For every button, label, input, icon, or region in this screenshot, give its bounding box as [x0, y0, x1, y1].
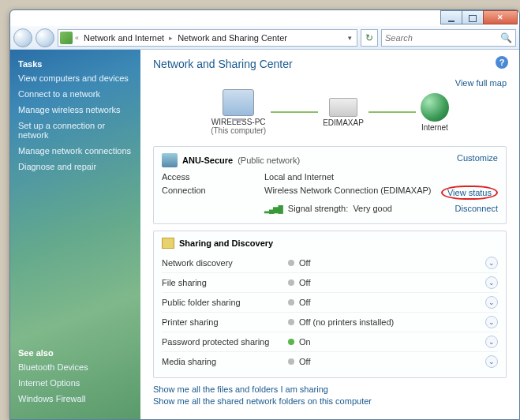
status-dot-icon — [288, 260, 294, 266]
sharing-row-3: Printer sharingOff (no printers installe… — [162, 312, 498, 332]
sharing-row-0: Network discoveryOff⌄ — [162, 253, 498, 272]
signal-bars-icon: ▂▄▆█ — [264, 205, 282, 213]
see-also-section: See also Bluetooth Devices Internet Opti… — [18, 348, 88, 410]
computer-icon — [223, 89, 254, 116]
sharing-row-value: Off (no printers installed) — [299, 317, 394, 327]
address-bar[interactable]: « Network and Internet ▸ Network and Sha… — [58, 29, 357, 47]
back-button[interactable] — [13, 28, 32, 47]
address-dropdown[interactable]: ▾ — [345, 34, 355, 42]
sharing-icon — [162, 238, 174, 249]
status-dot-icon — [288, 319, 294, 325]
diagram-internet[interactable]: Internet — [421, 93, 449, 132]
maximize-button[interactable] — [462, 10, 484, 24]
sidebar-link-manage-connections[interactable]: Manage network connections — [18, 146, 133, 156]
sharing-row-label: Printer sharing — [162, 317, 288, 327]
sidebar-link-connect[interactable]: Connect to a network — [18, 89, 133, 99]
diagram-internet-label: Internet — [421, 123, 449, 132]
tasks-heading: Tasks — [18, 59, 133, 69]
signal-strength-label: Signal strength: — [288, 204, 348, 213]
breadcrumb-arrow: ▸ — [166, 34, 175, 42]
sidebar: Tasks View computers and devices Connect… — [10, 50, 140, 419]
connection-ap: EDIMAXAP — [383, 186, 428, 195]
page-title: Network and Sharing Center — [153, 58, 507, 70]
expand-button[interactable]: ⌄ — [485, 336, 498, 348]
main-content: ? Network and Sharing Center View full m… — [140, 50, 519, 419]
breadcrumb-1[interactable]: Network and Internet — [81, 33, 166, 43]
sharing-row-value: Off — [299, 278, 310, 287]
sharing-row-label: Public folder sharing — [162, 298, 288, 307]
connection-suffix: ) — [428, 186, 432, 195]
search-input[interactable] — [385, 33, 500, 43]
sharing-row-label: File sharing — [162, 278, 288, 287]
status-dot-icon — [288, 279, 294, 286]
titlebar-buttons — [441, 10, 518, 24]
sidebar-link-setup-connection[interactable]: Set up a connection or network — [18, 121, 133, 140]
customize-link[interactable]: Customize — [457, 153, 498, 163]
sharing-row-label: Password protected sharing — [162, 337, 288, 347]
navigation-bar: « Network and Internet ▸ Network and Sha… — [10, 26, 519, 50]
sharing-row-5: Media sharingOff⌄ — [162, 351, 498, 371]
diagram-link-1 — [271, 111, 318, 113]
view-full-map-link[interactable]: View full map — [455, 78, 507, 88]
sharing-discovery-panel: Sharing and Discovery Network discoveryO… — [153, 231, 507, 378]
signal-spacer — [162, 204, 264, 213]
diagram-access-point[interactable]: EDIMAXAP — [323, 98, 364, 127]
network-diagram: WIRELESS-PC (This computer) EDIMAXAP Int… — [153, 89, 507, 135]
diagram-pc-sublabel: (This computer) — [211, 126, 266, 135]
diagram-ap-label: EDIMAXAP — [323, 118, 364, 127]
signal-strength-value: Very good — [353, 204, 392, 213]
sharing-row-value: Off — [299, 258, 310, 268]
bottom-links: Show me all the files and folders I am s… — [153, 384, 507, 406]
see-also-internet-options[interactable]: Internet Options — [18, 378, 88, 388]
signal-value: ▂▄▆█ Signal strength: Very good — [264, 204, 455, 213]
access-label: Access — [162, 172, 264, 182]
breadcrumb-2[interactable]: Network and Sharing Center — [175, 33, 290, 43]
diagram-link-2 — [368, 111, 416, 113]
expand-button[interactable]: ⌄ — [485, 296, 498, 309]
expand-button[interactable]: ⌄ — [485, 355, 498, 368]
search-box[interactable]: 🔍 — [381, 29, 516, 47]
close-button[interactable] — [483, 10, 518, 24]
sharing-row-value: On — [299, 337, 311, 347]
connection-label: Connection — [162, 186, 264, 200]
access-value: Local and Internet — [264, 172, 498, 182]
sidebar-link-view-computers[interactable]: View computers and devices — [18, 73, 133, 83]
breadcrumb-separator: « — [73, 34, 81, 42]
sidebar-link-diagnose[interactable]: Diagnose and repair — [18, 162, 133, 171]
expand-button[interactable]: ⌄ — [485, 257, 498, 269]
window: « Network and Internet ▸ Network and Sha… — [9, 9, 520, 420]
forward-button[interactable] — [36, 28, 54, 47]
show-folders-link[interactable]: Show me all the shared network folders o… — [153, 396, 507, 406]
minimize-button[interactable] — [440, 10, 462, 24]
view-status-link[interactable]: View status — [441, 186, 498, 200]
sharing-row-2: Public folder sharingOff⌄ — [162, 292, 498, 312]
search-icon[interactable]: 🔍 — [500, 32, 512, 43]
see-also-windows-firewall[interactable]: Windows Firewall — [18, 394, 88, 403]
sharing-row-value: Off — [299, 357, 310, 366]
sharing-row-value: Off — [299, 298, 310, 307]
connection-value: Wireless Network Connection (EDIMAXAP) — [264, 186, 441, 200]
location-icon — [60, 32, 73, 44]
network-type: (Public network) — [238, 156, 300, 165]
see-also-heading: See also — [18, 348, 88, 358]
status-dot-icon — [288, 299, 294, 306]
diagram-this-computer[interactable]: WIRELESS-PC (This computer) — [211, 89, 266, 135]
network-info-panel: ANU-Secure (Public network) Customize Ac… — [153, 146, 507, 224]
show-files-link[interactable]: Show me all the files and folders I am s… — [153, 384, 507, 394]
sharing-discovery-heading: Sharing and Discovery — [179, 238, 273, 248]
help-icon[interactable]: ? — [496, 56, 508, 69]
sharing-row-label: Media sharing — [162, 357, 288, 366]
status-dot-icon — [288, 339, 294, 345]
see-also-bluetooth[interactable]: Bluetooth Devices — [18, 362, 88, 372]
sidebar-link-manage-wireless[interactable]: Manage wireless networks — [18, 105, 133, 114]
connection-prefix: Wireless Network Connection ( — [264, 186, 383, 195]
network-name: ANU-Secure — [182, 156, 233, 165]
refresh-button[interactable]: ↻ — [361, 29, 378, 47]
network-icon — [162, 153, 178, 167]
sharing-row-4: Password protected sharingOn⌄ — [162, 332, 498, 351]
sharing-row-label: Network discovery — [162, 258, 288, 268]
expand-button[interactable]: ⌄ — [485, 276, 498, 289]
disconnect-link[interactable]: Disconnect — [455, 204, 498, 213]
expand-button[interactable]: ⌄ — [485, 316, 498, 328]
access-point-icon — [329, 98, 357, 117]
